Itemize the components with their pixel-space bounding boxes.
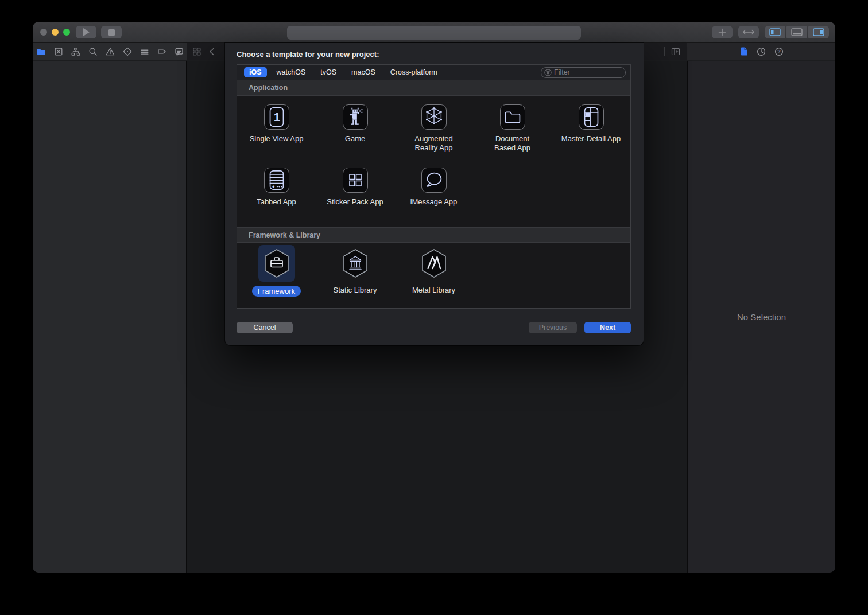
back-button[interactable] [207,46,217,57]
add-editor-button[interactable] [671,46,681,57]
symbol-navigator-tab[interactable] [71,46,81,57]
template-item-single-view-app[interactable]: 1 Single View App [237,104,316,168]
breakpoint-navigator-tab[interactable] [157,46,167,57]
inspector-selector-bar: ? [687,43,835,60]
inspector-panel: No Selection [687,61,835,573]
stop-button[interactable] [101,26,122,38]
template-label: Augmented Reality App [409,134,459,153]
run-button[interactable] [76,26,96,38]
debug-navigator-tab[interactable] [140,46,150,57]
section-header-framework-library: Framework & Library [237,227,630,243]
file-inspector-icon [739,46,748,56]
add-icon [718,28,726,36]
template-label: Single View App [250,134,304,143]
template-label: Document Based App [487,134,538,153]
section-header-application: Application [237,80,630,96]
file-inspector-tab[interactable] [738,46,749,57]
framework-template-grid: Framework Static Library Metal Library [237,243,630,309]
issue-navigator-tab[interactable] [105,46,115,57]
breakpoint-icon [157,46,167,57]
tab-macos[interactable]: macOS [346,67,381,77]
next-button[interactable]: Next [584,322,631,333]
report-navigator-tab[interactable] [174,46,184,57]
static-library-hexagon-icon [342,248,369,278]
navigator-panel [33,61,187,573]
debug-panel-icon [791,28,803,36]
play-icon [83,28,90,36]
template-item-sticker-pack-app[interactable]: Sticker Pack App [316,168,394,227]
svg-text:?: ? [777,49,781,55]
editor-swap-icon [742,29,755,36]
panel-toggle-group [765,26,829,38]
quick-help-tab[interactable]: ? [774,46,784,57]
platform-tab-row: iOS watchOS tvOS macOS Cross-platform [237,65,630,80]
single-view-app-icon: 1 [265,104,289,130]
sticker-pack-icon [343,168,367,193]
template-item-tabbed-app[interactable]: ★ Tabbed App [237,168,316,227]
symbol-icon [71,46,81,57]
tab-cross-platform[interactable]: Cross-platform [385,67,443,77]
template-item-metal-library[interactable]: Metal Library [394,245,473,309]
template-item-imessage-app[interactable]: iMessage App [394,168,473,227]
selected-template-highlight [258,245,295,282]
navigator-panel-icon [769,28,781,36]
template-item-augmented-reality-app[interactable]: Augmented Reality App [394,104,473,168]
navigator-selector-bar [33,43,187,60]
template-label: iMessage App [410,197,458,207]
template-label: Tabbed App [257,197,296,207]
filter-field[interactable] [541,67,626,78]
tabbed-app-icon: ★ [265,168,289,193]
template-label: Sticker Pack App [327,197,383,207]
add-editor-icon [671,46,681,57]
game-icon [343,104,367,130]
tab-ios[interactable]: iOS [244,67,267,77]
previous-button[interactable]: Previous [529,322,577,333]
inspector-panel-toggle[interactable] [808,26,829,38]
close-window-button[interactable] [40,29,47,36]
template-item-framework[interactable]: Framework [237,245,316,309]
window-controls [40,29,70,36]
template-label: Static Library [334,286,377,294]
template-chooser: iOS watchOS tvOS macOS Cross-platform Ap… [237,64,631,309]
template-item-document-based-app[interactable]: Document Based App [473,104,552,168]
tab-watchos[interactable]: watchOS [272,67,311,77]
minimize-window-button[interactable] [52,29,59,36]
svg-text:★: ★ [271,184,275,189]
zoom-window-button[interactable] [63,29,70,36]
filter-input[interactable] [554,68,622,76]
inspector-panel-icon [813,28,824,36]
project-navigator-tab[interactable] [36,46,46,57]
debug-icon [140,46,150,57]
augmented-reality-icon [422,104,446,130]
source-control-icon [53,46,64,57]
history-inspector-tab[interactable] [756,46,766,57]
tab-tvos[interactable]: tvOS [315,67,342,77]
project-folder-icon [36,46,46,57]
template-label: Master-Detail App [561,134,621,143]
template-label: Game [345,134,365,143]
template-item-game[interactable]: Game [316,104,394,168]
editor-swap-button[interactable] [738,26,759,38]
template-item-static-library[interactable]: Static Library [316,245,394,309]
no-selection-label: No Selection [688,312,835,322]
editor-bar-divider [664,47,665,56]
add-button[interactable] [712,26,733,38]
titlebar [33,22,835,43]
find-navigator-tab[interactable] [88,46,98,57]
tab-overview-button[interactable] [192,46,202,57]
document-based-icon [501,104,525,130]
debug-panel-toggle[interactable] [786,26,807,38]
source-control-navigator-tab[interactable] [53,46,64,57]
report-icon [174,46,184,57]
master-detail-icon [579,104,603,130]
xcode-window: ? No Selection Choose a template for you… [33,22,835,573]
template-item-master-detail-app[interactable]: Master-Detail App [552,104,630,168]
navigator-panel-toggle[interactable] [765,26,785,38]
metal-library-hexagon-icon [421,248,447,278]
imessage-icon [422,168,446,193]
tab-overview-icon [192,47,202,56]
cancel-button[interactable]: Cancel [237,322,293,333]
find-icon [88,46,98,57]
test-navigator-tab[interactable] [122,46,133,57]
test-icon [122,46,133,57]
